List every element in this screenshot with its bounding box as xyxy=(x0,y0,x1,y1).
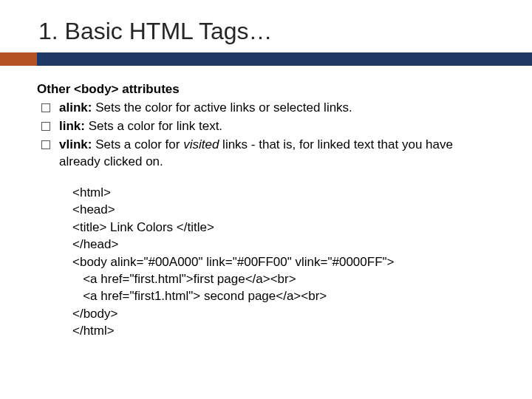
code-line: <a href="first.html">first page</a><br> xyxy=(72,272,296,286)
code-line: </html> xyxy=(72,324,115,338)
bullet-text-pre: Sets a color for xyxy=(92,137,183,151)
bullet-text: Sets the color for active links or selec… xyxy=(92,100,352,115)
accent-bar-left xyxy=(0,52,37,66)
code-line: </body> xyxy=(72,307,117,321)
list-item: alink: Sets the color for active links o… xyxy=(37,100,495,117)
accent-bar-right xyxy=(37,52,532,66)
section-heading: Other <body> attributes xyxy=(37,82,495,97)
code-line: <head> xyxy=(72,202,115,216)
list-item: link: Sets a color for link text. xyxy=(37,118,495,135)
accent-bar xyxy=(0,52,532,66)
bullet-italic: visited xyxy=(183,137,219,151)
code-line: <a href="first1.html"> second page</a><b… xyxy=(72,289,327,303)
code-line: <title> Link Colors </title> xyxy=(72,220,214,234)
code-example: <html> <head> <title> Link Colors </titl… xyxy=(72,184,495,340)
bullet-label: alink: xyxy=(59,100,92,115)
bullet-text: Sets a color for link text. xyxy=(85,119,222,133)
code-line: <html> xyxy=(72,185,111,200)
code-line: <body alink="#00A000" link="#00FF00" vli… xyxy=(72,255,395,269)
list-item: vlink: Sets a color for visited links - … xyxy=(37,137,495,171)
slide-title: 1. Basic HTML Tags… xyxy=(38,18,495,45)
bullet-label: vlink: xyxy=(59,137,92,151)
bullet-label: link: xyxy=(59,119,85,133)
bullet-list: alink: Sets the color for active links o… xyxy=(37,100,495,171)
code-line: </head> xyxy=(72,237,118,251)
slide: 1. Basic HTML Tags… Other <body> attribu… xyxy=(0,0,532,399)
